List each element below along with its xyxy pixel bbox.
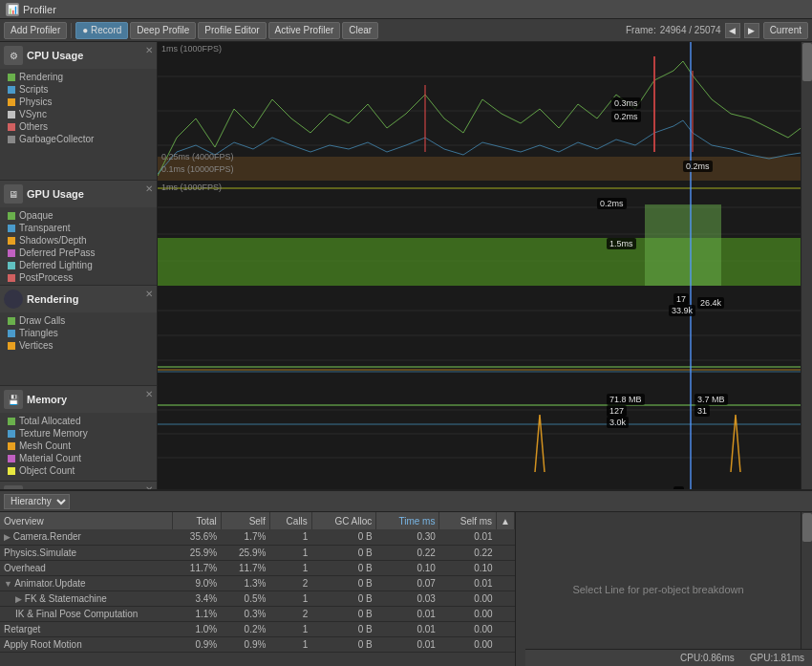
row-self: 0.5%: [221, 591, 269, 606]
deep-profile-button[interactable]: Deep Profile: [130, 22, 196, 39]
scrollbar-thumb[interactable]: [802, 43, 812, 81]
rendering-close-button[interactable]: ✕: [143, 288, 155, 299]
cpu-graph: 1ms (1000FPS) 0.25ms (4000FPS) 0.1ms (10…: [158, 42, 801, 181]
add-profiler-button[interactable]: Add Profiler: [4, 22, 67, 39]
toolbar: Add Profiler ● Record Deep Profile Profi…: [0, 19, 812, 42]
row-total: 1.0%: [172, 621, 221, 636]
row-name: IK & Final Pose Computation: [0, 606, 172, 621]
rendering-section: Rendering ✕ Draw Calls Triangles Vertice…: [0, 286, 157, 386]
row-timems: 0.03: [376, 591, 439, 606]
frame-label: Frame:: [626, 25, 656, 35]
row-total: 35.6%: [172, 529, 221, 545]
row-calls: 2: [269, 575, 311, 591]
row-name: ▶ Camera.Render: [0, 529, 172, 545]
clear-button[interactable]: Clear: [342, 22, 378, 39]
profiler-table-container[interactable]: Overview Total Self Calls GC Alloc Time …: [0, 512, 516, 666]
cpu-section: ⚙ CPU Usage ✕ Rendering Scripts Physics …: [0, 42, 157, 181]
row-name: ▶ FK & Statemachine: [0, 591, 172, 606]
table-row[interactable]: ▶ Camera.Render 35.6% 1.7% 1 0 B 0.30 0.…: [0, 529, 515, 545]
row-extra: [497, 636, 515, 652]
gpu-fps-label: 1ms (1000FPS): [161, 183, 222, 192]
frame-value: 24964 / 25074: [660, 25, 721, 35]
row-self: 1.3%: [221, 575, 269, 591]
table-scrollbar-thumb[interactable]: [802, 513, 812, 542]
col-total[interactable]: Total: [172, 512, 221, 529]
row-self: 0.2%: [221, 621, 269, 636]
cpu-title: CPU Usage: [27, 50, 83, 61]
table-row[interactable]: Physics.Simulate 25.9% 25.9% 1 0 B 0.22 …: [0, 545, 515, 560]
col-sort[interactable]: ▲: [497, 512, 515, 529]
row-calls: 1: [269, 636, 311, 652]
row-name: Overhead: [0, 560, 172, 575]
rendering-graph: 17 33.9k 26.4k: [158, 286, 801, 386]
row-self: 11.7%: [221, 560, 269, 575]
frame-info: Frame: 24964 / 25074 ◀ ▶ Current: [626, 22, 808, 39]
record-button[interactable]: ● Record: [75, 22, 128, 39]
memory-graph: 71.8 MB 127 3.0k 3.7 MB 31: [158, 386, 801, 482]
rendering-title: Rendering: [27, 293, 78, 305]
row-total: 0.9%: [172, 636, 221, 652]
profiler-table: Overview Total Self Calls GC Alloc Time …: [0, 512, 515, 653]
table-row[interactable]: ▼ Animator.Update 9.0% 1.3% 2 0 B 0.07 0…: [0, 575, 515, 591]
current-button[interactable]: Current: [763, 22, 808, 39]
active-profiler-button[interactable]: Active Profiler: [268, 22, 341, 39]
profile-editor-button[interactable]: Profile Editor: [198, 22, 266, 39]
row-selfms: 0.00: [439, 591, 497, 606]
row-name: Physics.Simulate: [0, 545, 172, 560]
row-selfms: 0.00: [439, 621, 497, 636]
gpu-val-1: 0.2ms: [597, 198, 627, 209]
cpu-close-button[interactable]: ✕: [143, 44, 155, 55]
col-overview[interactable]: Overview: [0, 512, 172, 529]
row-gcalloc: 0 B: [311, 636, 375, 652]
table-row[interactable]: ▶ FK & Statemachine 3.4% 0.5% 1 0 B 0.03…: [0, 591, 515, 606]
table-row[interactable]: Retarget 1.0% 0.2% 1 0 B 0.01 0.00: [0, 621, 515, 636]
table-scrollbar[interactable]: [801, 512, 812, 666]
row-calls: 2: [269, 606, 311, 621]
row-self: 0.9%: [221, 636, 269, 652]
memory-legend: Total Allocated Texture Memory Mesh Coun…: [0, 413, 157, 481]
col-gcalloc[interactable]: GC Alloc: [311, 512, 375, 529]
memory-title: Memory: [27, 394, 67, 405]
gpu-graph: 1ms (1000FPS) 0.2ms 1.5ms: [158, 181, 801, 286]
col-self[interactable]: Self: [221, 512, 269, 529]
gpu-close-button[interactable]: ✕: [143, 183, 155, 194]
row-selfms: 0.00: [439, 606, 497, 621]
row-timems: 0.01: [376, 621, 439, 636]
row-self: 0.3%: [221, 606, 269, 621]
row-extra: [497, 560, 515, 575]
rendering-header: Rendering ✕: [0, 286, 157, 312]
mem-val-5: 31: [694, 405, 710, 417]
mem-val-4: 3.7 MB: [694, 394, 728, 405]
row-calls: 1: [269, 560, 311, 575]
prev-frame-button[interactable]: ◀: [725, 23, 740, 38]
render-val-2: 33.9k: [669, 305, 695, 316]
col-calls[interactable]: Calls: [269, 512, 311, 529]
cpu-status: CPU:0.86ms: [680, 653, 735, 663]
row-timems: 0.30: [376, 529, 439, 545]
col-selfms[interactable]: Self ms: [439, 512, 497, 529]
render-val-3: 26.4k: [697, 297, 724, 309]
table-row[interactable]: Overhead 11.7% 11.7% 1 0 B 0.10 0.10: [0, 560, 515, 575]
profiler-icon: 📊: [6, 3, 19, 16]
mem-val-2: 127: [607, 405, 627, 417]
bottom-toolbar: Hierarchy: [0, 491, 812, 512]
table-row[interactable]: Apply Root Motion 0.9% 0.9% 1 0 B 0.01 0…: [0, 636, 515, 652]
row-extra: [497, 621, 515, 636]
hierarchy-select[interactable]: Hierarchy: [4, 494, 70, 509]
row-selfms: 0.01: [439, 529, 497, 545]
memory-section: 💾 Memory ✕ Total Allocated Texture Memor…: [0, 386, 157, 482]
cpu-fps-label-mid: 0.25ms (4000FPS): [161, 152, 234, 161]
row-name: Retarget: [0, 621, 172, 636]
row-selfms: 0.22: [439, 545, 497, 560]
row-total: 3.4%: [172, 591, 221, 606]
row-extra: [497, 529, 515, 545]
gpu-title: GPU Usage: [27, 188, 84, 200]
title-bar: 📊 Profiler: [0, 0, 812, 19]
row-extra: [497, 606, 515, 621]
col-timems[interactable]: Time ms: [376, 512, 439, 529]
row-calls: 1: [269, 621, 311, 636]
table-row[interactable]: IK & Final Pose Computation 1.1% 0.3% 2 …: [0, 606, 515, 621]
next-frame-button[interactable]: ▶: [744, 23, 759, 38]
row-calls: 1: [269, 591, 311, 606]
memory-close-button[interactable]: ✕: [143, 388, 155, 399]
